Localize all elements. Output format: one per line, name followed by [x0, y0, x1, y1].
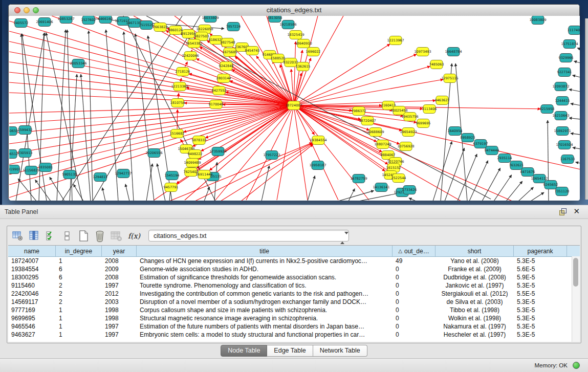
- graph-node[interactable]: [393, 106, 405, 115]
- graph-node[interactable]: [171, 99, 184, 107]
- graph-node[interactable]: [377, 140, 389, 149]
- graph-node[interactable]: [82, 16, 95, 25]
- graph-node[interactable]: [25, 166, 37, 175]
- graph-node[interactable]: [210, 36, 222, 45]
- graph-edge[interactable]: [571, 134, 580, 135]
- graph-node[interactable]: [556, 127, 569, 136]
- graph-node[interactable]: [117, 169, 129, 178]
- graph-edge[interactable]: [294, 54, 417, 105]
- graph-edge[interactable]: [204, 187, 209, 201]
- graph-node[interactable]: [417, 48, 429, 56]
- table-row[interactable]: 969969511998Structural magnetic resonanc…: [8, 314, 580, 322]
- graph-node[interactable]: [555, 82, 567, 91]
- graph-node[interactable]: [361, 117, 374, 125]
- network-graph[interactable]: 2405572206914061085328715276026466160107…: [9, 16, 580, 201]
- column-header-title[interactable]: title: [137, 246, 393, 256]
- graph-node[interactable]: [246, 47, 258, 55]
- tab-node-table[interactable]: Node Table: [221, 345, 267, 357]
- graph-edge[interactable]: [9, 105, 294, 185]
- graph-edge[interactable]: [294, 16, 318, 105]
- graph-edge[interactable]: [458, 154, 477, 201]
- graph-edge[interactable]: [197, 59, 294, 105]
- graph-edge[interactable]: [571, 103, 580, 105]
- graph-node[interactable]: [9, 150, 17, 159]
- column-header-pagerank[interactable]: pagerank: [514, 246, 567, 256]
- graph-node[interactable]: [213, 86, 225, 95]
- graph-node[interactable]: [212, 147, 224, 156]
- graph-node[interactable]: [353, 107, 365, 116]
- graph-node[interactable]: [561, 155, 574, 164]
- graph-node[interactable]: [282, 20, 294, 29]
- graph-edge[interactable]: [102, 188, 105, 201]
- graph-node[interactable]: [128, 19, 141, 28]
- graph-edge[interactable]: [294, 73, 301, 105]
- graph-node[interactable]: [182, 30, 194, 38]
- graph-edge[interactable]: [349, 189, 355, 201]
- graph-node[interactable]: [117, 17, 129, 26]
- graph-node[interactable]: [94, 173, 106, 182]
- graph-node[interactable]: [533, 174, 546, 183]
- graph-node[interactable]: [198, 170, 210, 179]
- graph-edge[interactable]: [445, 148, 464, 201]
- graph-node[interactable]: [165, 183, 177, 192]
- graph-edge[interactable]: [294, 79, 443, 105]
- column-header-in_degree[interactable]: in_degree: [56, 246, 102, 256]
- graph-node[interactable]: [99, 16, 112, 24]
- graph-node[interactable]: [184, 52, 197, 60]
- graph-edge[interactable]: [294, 105, 385, 171]
- graph-node[interactable]: [558, 68, 571, 77]
- graph-edge[interactable]: [74, 184, 83, 201]
- graph-node[interactable]: [220, 62, 232, 71]
- graph-node[interactable]: [403, 186, 416, 194]
- graph-node[interactable]: [140, 21, 153, 30]
- graph-node[interactable]: [217, 74, 230, 83]
- graph-node[interactable]: [189, 150, 201, 159]
- graph-node[interactable]: [521, 168, 534, 177]
- graph-edge[interactable]: [506, 181, 522, 201]
- graph-node[interactable]: [297, 39, 310, 48]
- graph-node[interactable]: [545, 181, 557, 189]
- graph-node[interactable]: [462, 134, 474, 142]
- graph-edge[interactable]: [277, 105, 294, 200]
- graph-node[interactable]: [400, 142, 412, 151]
- table-row[interactable]: 1456911722003Disruption of a novel membe…: [8, 298, 580, 306]
- graph-node[interactable]: [510, 161, 522, 170]
- graph-edge[interactable]: [70, 74, 77, 201]
- float-panel-icon[interactable]: [559, 208, 567, 215]
- graph-edge[interactable]: [125, 184, 129, 201]
- graph-node[interactable]: [417, 119, 429, 128]
- graph-node[interactable]: [173, 82, 186, 91]
- graph-node[interactable]: [402, 128, 415, 137]
- show-columns-icon[interactable]: [28, 229, 41, 243]
- graph-node[interactable]: [19, 126, 31, 135]
- graph-node[interactable]: [210, 100, 222, 109]
- stacked-rows-icon[interactable]: [60, 229, 74, 243]
- graph-edge[interactable]: [308, 176, 315, 201]
- graph-node[interactable]: [430, 60, 443, 69]
- graph-node[interactable]: [9, 165, 19, 174]
- tab-edge-table[interactable]: Edge Table: [267, 345, 313, 357]
- graph-node[interactable]: [171, 129, 183, 138]
- graph-edge[interactable]: [9, 82, 294, 105]
- graph-node[interactable]: [266, 151, 278, 160]
- graph-node[interactable]: [269, 16, 281, 23]
- graph-node[interactable]: [498, 154, 511, 163]
- table-row[interactable]: 946362711997Embryonic stem cells: a mode…: [8, 331, 580, 339]
- graph-node[interactable]: [63, 170, 76, 179]
- new-table-icon[interactable]: [77, 229, 90, 243]
- graph-node[interactable]: [166, 171, 178, 180]
- graph-node[interactable]: [285, 58, 297, 67]
- graph-edge[interactable]: [81, 74, 91, 201]
- graph-node[interactable]: [312, 161, 324, 170]
- graph-node[interactable]: [555, 112, 567, 120]
- graph-edge[interactable]: [569, 90, 580, 92]
- graph-edge[interactable]: [573, 75, 580, 77]
- graph-edge[interactable]: [214, 162, 217, 201]
- graph-node[interactable]: [486, 146, 498, 155]
- graph-edge[interactable]: [433, 141, 452, 201]
- graph-node[interactable]: [369, 128, 382, 137]
- table-row[interactable]: 977716911998Corpus callosum shape and si…: [8, 306, 580, 314]
- graph-edge[interactable]: [359, 192, 402, 201]
- graph-node[interactable]: [204, 16, 216, 23]
- graph-edge[interactable]: [9, 105, 294, 113]
